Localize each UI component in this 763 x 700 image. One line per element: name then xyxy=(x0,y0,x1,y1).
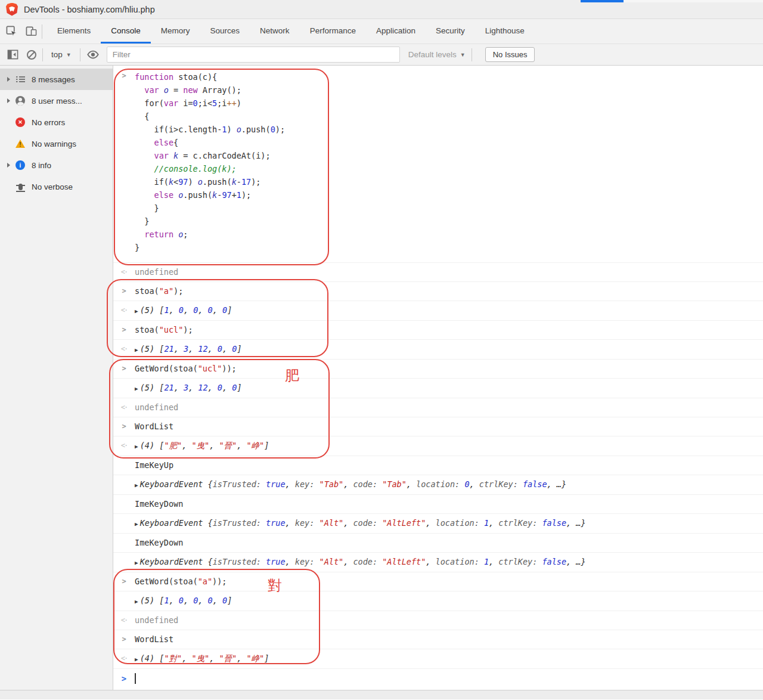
sidebar-item-8-info[interactable]: 8 info xyxy=(0,154,113,176)
token: "a" xyxy=(159,286,173,296)
token: k xyxy=(232,177,237,187)
console-prompt-row[interactable]: > xyxy=(113,669,763,688)
token: var xyxy=(144,85,159,95)
token: "肥" xyxy=(164,441,182,450)
command-wordlist: >WordList xyxy=(113,417,763,436)
token: "Tab" xyxy=(320,479,344,489)
command-wordlist: >WordList xyxy=(113,630,763,649)
sidebar-item-8-messages[interactable]: 8 messages xyxy=(0,69,113,90)
console-message-text: ▶(4) ["肥", "曳", "晉", "峥"] xyxy=(135,440,269,452)
token: { xyxy=(208,479,213,489)
filter-input[interactable] xyxy=(107,47,400,63)
sidebar-item-no-errors[interactable]: No errors xyxy=(0,111,113,133)
token: , xyxy=(343,518,353,528)
token: "峥" xyxy=(246,653,264,663)
token: , xyxy=(213,596,222,605)
toolbar-divider xyxy=(472,48,472,61)
console-pane: >function stoa(c){ var o = new Array(); … xyxy=(113,66,763,690)
expand-triangle-icon[interactable]: ▶ xyxy=(135,443,138,450)
command-chevron-icon: > xyxy=(113,70,135,82)
background-tab-light-strip xyxy=(624,0,763,2)
token xyxy=(169,151,173,160)
token: , xyxy=(470,479,479,489)
token: ); xyxy=(241,190,251,200)
sidebar-item-label: No errors xyxy=(32,118,65,127)
token: "Alt" xyxy=(320,557,344,566)
devtools-tabbar: ElementsConsoleMemorySourcesNetworkPerfo… xyxy=(0,19,763,44)
tab-sources[interactable]: Sources xyxy=(200,19,250,44)
command-stoa-ucl: >stoa("ucl"); xyxy=(113,321,763,340)
tab-lighthouse[interactable]: Lighthouse xyxy=(475,19,535,44)
token: , xyxy=(169,305,179,315)
tab-network[interactable]: Network xyxy=(250,19,300,44)
execution-context-selector[interactable]: top ▼ xyxy=(49,50,74,59)
sidebar-item-no-verbose[interactable]: No verbose xyxy=(0,176,113,197)
token: , xyxy=(174,344,184,354)
token: code: xyxy=(353,557,382,566)
sidebar-item-no-warnings[interactable]: No warnings xyxy=(0,133,113,154)
log-imekeydown: ImeKeyDown xyxy=(113,534,763,553)
tab-memory[interactable]: Memory xyxy=(151,19,200,44)
expand-triangle-icon[interactable]: ▶ xyxy=(135,559,138,566)
token: false xyxy=(542,557,566,566)
device-toolbar-icon[interactable] xyxy=(26,26,37,37)
tab-performance[interactable]: Performance xyxy=(300,19,366,44)
issues-badge[interactable]: No Issues xyxy=(485,47,535,62)
token: GetWord(stoa( xyxy=(135,577,198,586)
token: if(i>c.length- xyxy=(135,125,222,134)
sidebar-item-8-user-mess-[interactable]: 8 user mess... xyxy=(0,90,113,111)
expand-triangle-icon[interactable]: ▶ xyxy=(135,346,138,353)
tab-application[interactable]: Application xyxy=(366,19,426,44)
expand-triangle-icon[interactable] xyxy=(7,77,10,82)
expand-triangle-icon[interactable]: ▶ xyxy=(135,656,138,662)
expand-triangle-icon[interactable]: ▶ xyxy=(135,598,138,605)
token: , xyxy=(188,344,198,354)
expand-triangle-icon[interactable]: ▶ xyxy=(135,482,138,488)
token: code: xyxy=(353,479,382,489)
token: ); xyxy=(173,286,183,296)
token: Array(); xyxy=(198,85,241,95)
tab-elements[interactable]: Elements xyxy=(47,19,101,44)
token: < xyxy=(173,177,178,187)
console-message-text: ▶(4) ["對", "曳", "晉", "峥"] xyxy=(135,653,269,665)
user-messages-icon xyxy=(15,96,25,106)
console-message-text: ▶KeyboardEvent {isTrusted: true, key: "A… xyxy=(135,518,586,529)
clear-console-icon[interactable] xyxy=(27,50,36,60)
tab-security[interactable]: Security xyxy=(426,19,475,44)
console-message-text: ▶(5) [1, 0, 0, 0, 0] xyxy=(135,595,232,607)
devtools-tabs: ElementsConsoleMemorySourcesNetworkPerfo… xyxy=(47,19,535,44)
token: 0 xyxy=(193,98,198,108)
token: , xyxy=(426,557,435,566)
token: WordList xyxy=(135,422,173,431)
expand-triangle-icon[interactable]: ▶ xyxy=(135,385,138,392)
log-levels-selector[interactable]: Default levels ▼ xyxy=(408,50,466,59)
token xyxy=(135,138,154,147)
toolbar-divider xyxy=(42,24,42,39)
token: , xyxy=(209,653,219,663)
eye-live-expression-icon[interactable] xyxy=(86,50,100,59)
token: 0 xyxy=(208,596,213,605)
log-keyboardevent-alt: ▶KeyboardEvent {isTrusted: true, key: "A… xyxy=(113,514,763,534)
token: ctrlKey: xyxy=(479,479,523,489)
token: ImeKeyDown xyxy=(135,499,183,509)
token: ) xyxy=(227,125,236,134)
token: , xyxy=(426,518,435,528)
token: 17 xyxy=(241,177,251,187)
expand-triangle-icon[interactable] xyxy=(7,98,10,103)
expand-triangle-icon[interactable]: ▶ xyxy=(135,521,138,527)
token: code: xyxy=(353,518,382,528)
token: KeyboardEvent xyxy=(140,557,208,566)
console-message-text: ▶(5) [21, 3, 12, 0, 0] xyxy=(135,382,242,394)
token: key: xyxy=(295,557,320,566)
console-sidebar-toggle-icon[interactable] xyxy=(7,49,18,60)
expand-triangle-icon[interactable] xyxy=(7,163,10,168)
token: , xyxy=(286,479,295,489)
inspect-element-icon[interactable] xyxy=(6,26,17,37)
token: 0 xyxy=(222,596,227,605)
token: 0 xyxy=(222,305,227,315)
token: , xyxy=(184,305,193,315)
token: (5) [ xyxy=(140,383,165,392)
window-title: DevTools - boshiamy.com/hliu.php xyxy=(24,5,155,14)
expand-triangle-icon[interactable]: ▶ xyxy=(135,308,138,314)
tab-console[interactable]: Console xyxy=(101,19,151,44)
